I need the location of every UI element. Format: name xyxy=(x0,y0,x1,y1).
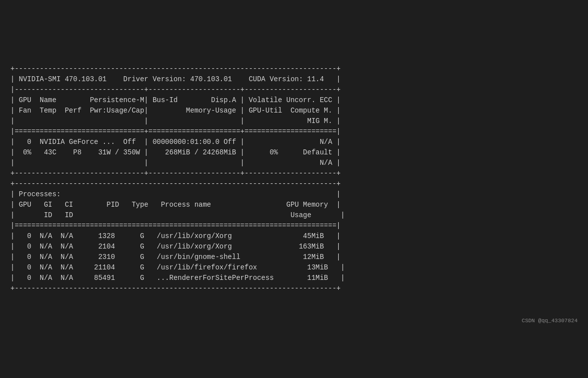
terminal-line: | 0 N/A N/A 2104 G /usr/lib/xorg/Xorg 16… xyxy=(10,242,578,252)
terminal-output: +---------------------------------------… xyxy=(10,43,578,336)
terminal-line: | 0% 43C P8 31W / 350W | 268MiB / 24268M… xyxy=(10,147,578,158)
terminal-line: | 0 NVIDIA GeForce ... Off | 00000000:01… xyxy=(10,137,578,147)
terminal-line: | GPU Name Persistence-M| Bus-Id Disp.A … xyxy=(10,95,578,106)
terminal-line: |-------------------------------+-------… xyxy=(10,85,578,95)
terminal-line: | GPU GI CI PID Type Process name GPU Me… xyxy=(10,200,578,210)
terminal-line: | NVIDIA-SMI 470.103.01 Driver Version: … xyxy=(10,74,578,85)
terminal-line: | | | MIG M. | xyxy=(10,116,578,126)
terminal-line: | 0 N/A N/A 85491 G ...RendererForSitePe… xyxy=(10,273,578,283)
terminal-line: | 0 N/A N/A 21104 G /usr/lib/firefox/fir… xyxy=(10,262,578,273)
terminal-line: +---------------------------------------… xyxy=(10,64,578,74)
watermark: CSDN @qq_43307824 xyxy=(10,317,578,325)
terminal-line: +-------------------------------+-------… xyxy=(10,168,578,179)
terminal-line: | Processes: | xyxy=(10,189,578,200)
terminal-line: | 0 N/A N/A 2310 G /usr/bin/gnome-shell … xyxy=(10,252,578,262)
terminal-line: | ID ID Usage | xyxy=(10,210,578,221)
terminal-line: |=======================================… xyxy=(10,221,578,231)
terminal-line: +---------------------------------------… xyxy=(10,283,578,294)
terminal-line: | Fan Temp Perf Pwr:Usage/Cap| Memory-Us… xyxy=(10,106,578,116)
terminal-line: +---------------------------------------… xyxy=(10,179,578,189)
terminal-line: |===============================+=======… xyxy=(10,126,578,137)
terminal-line: | 0 N/A N/A 1328 G /usr/lib/xorg/Xorg 45… xyxy=(10,231,578,242)
terminal-line: | | | N/A | xyxy=(10,158,578,168)
